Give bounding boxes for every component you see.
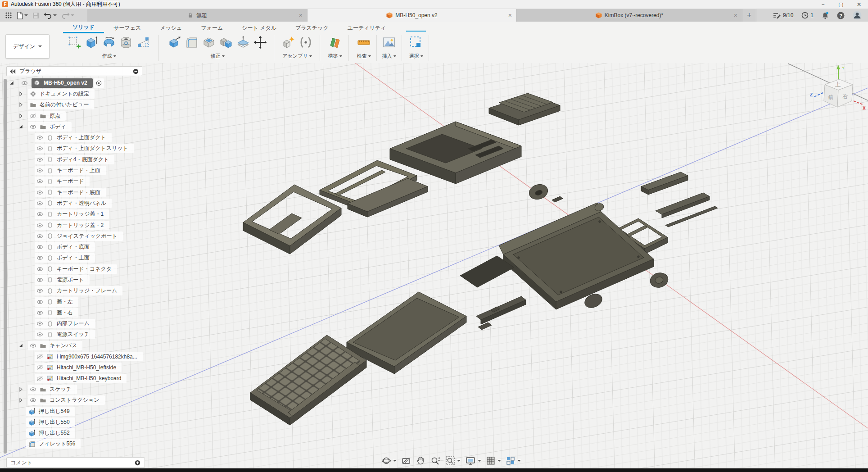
job-status-button[interactable]: 1 xyxy=(801,12,814,19)
eye-icon[interactable] xyxy=(36,266,43,272)
measure-icon[interactable] xyxy=(356,33,372,51)
tab-sheetmetal[interactable]: シート メタル xyxy=(232,23,286,33)
new-file-button[interactable] xyxy=(15,10,29,20)
collapse-panel-icon[interactable] xyxy=(9,68,16,75)
eye-icon[interactable] xyxy=(36,156,43,163)
eye-icon[interactable] xyxy=(36,244,43,250)
eye-off-icon[interactable] xyxy=(36,375,43,382)
minimize-button[interactable]: − xyxy=(814,0,832,9)
eye-icon[interactable] xyxy=(36,254,43,261)
eye-icon[interactable] xyxy=(36,222,43,229)
tab-mesh[interactable]: メッシュ xyxy=(150,23,191,33)
chevron-down-icon[interactable] xyxy=(517,460,521,462)
view-cube[interactable]: Y Z X 上 前 右 xyxy=(809,64,867,116)
expander-icon[interactable] xyxy=(18,397,24,404)
expander-icon[interactable] xyxy=(18,342,24,349)
move-icon[interactable] xyxy=(252,33,268,51)
grid-settings[interactable] xyxy=(485,455,502,467)
avatar[interactable] xyxy=(853,11,862,20)
expander-icon[interactable] xyxy=(18,113,24,119)
group-label[interactable]: 検査 xyxy=(357,53,367,59)
chevron-down-icon[interactable] xyxy=(53,14,57,16)
tree-row[interactable]: ボディ4・底面ダクト xyxy=(6,154,195,165)
tree-row[interactable]: カートリッジ蓋・2 xyxy=(6,220,195,231)
eye-icon[interactable] xyxy=(36,189,43,196)
tree-row[interactable]: キーボード・底面 xyxy=(6,187,195,198)
tab-surface[interactable]: サーフェス xyxy=(104,23,150,33)
select-icon[interactable] xyxy=(408,33,424,51)
hole-icon[interactable] xyxy=(118,33,134,51)
tree-row[interactable]: キャンバス xyxy=(6,340,195,351)
chevron-down-icon[interactable] xyxy=(71,14,74,16)
workspace-selector[interactable]: デザイン xyxy=(5,34,50,59)
tab-solid[interactable]: ソリッド xyxy=(63,23,104,33)
doc-tab-untitled[interactable]: 無題 × xyxy=(87,9,307,22)
tree-row-feature[interactable]: フィレット556 xyxy=(6,439,195,449)
tab-utility[interactable]: ユーティリティ xyxy=(338,23,396,33)
pattern-icon[interactable] xyxy=(135,33,151,51)
tree-row[interactable]: ボディ・上面 xyxy=(6,253,195,263)
chevron-down-icon[interactable] xyxy=(393,460,397,462)
close-tab-icon[interactable]: × xyxy=(299,12,303,18)
orbit-tool[interactable] xyxy=(380,455,398,467)
tab-form[interactable]: フォーム xyxy=(191,23,232,33)
feedback-button[interactable]: 9/10 xyxy=(773,12,793,19)
tree-row[interactable]: 電源ポート xyxy=(6,274,195,285)
group-label[interactable]: 選択 xyxy=(409,53,419,59)
eye-icon[interactable] xyxy=(36,167,43,174)
tree-row[interactable]: カートリッジ・フレーム xyxy=(6,286,195,296)
tree-row[interactable]: ジョイスティックポート xyxy=(6,231,195,241)
expander-icon[interactable] xyxy=(9,80,15,86)
tree-row[interactable]: 蓋・右 xyxy=(6,307,195,318)
tree-row[interactable]: 電源スイッチ xyxy=(6,329,195,340)
zoom-tool[interactable] xyxy=(429,455,442,467)
eye-icon[interactable] xyxy=(36,178,43,185)
tree-row[interactable]: ボディ xyxy=(6,121,195,132)
look-at-tool[interactable] xyxy=(400,455,412,467)
tree-row[interactable]: i-img900x675-1644576182kh8a... xyxy=(6,351,195,362)
eye-icon[interactable] xyxy=(36,277,43,283)
help-button[interactable]: ? xyxy=(837,12,845,19)
tree-row-feature[interactable]: 押し出し550 xyxy=(6,417,195,427)
comment-box[interactable]: コメント xyxy=(6,457,145,468)
eye-icon[interactable] xyxy=(30,397,36,404)
timeline-bar[interactable] xyxy=(0,468,868,472)
redo-button[interactable] xyxy=(60,10,76,20)
eye-icon[interactable] xyxy=(36,299,43,305)
group-label[interactable]: 作成 xyxy=(102,53,112,59)
app-grid-icon[interactable] xyxy=(4,10,14,20)
close-button[interactable]: ✕ xyxy=(850,0,868,9)
tree-row-root[interactable]: MB-H50_open v2 xyxy=(6,77,195,88)
eye-icon[interactable] xyxy=(36,211,43,218)
group-label[interactable]: 構築 xyxy=(328,53,338,59)
tree-row[interactable]: 蓋・左 xyxy=(6,296,195,307)
eye-icon[interactable] xyxy=(36,309,43,316)
tree-row[interactable]: 名前の付いたビュー xyxy=(6,100,195,110)
tree-row[interactable]: ドキュメントの設定 xyxy=(6,88,195,99)
tree-row[interactable]: ボディ・底面 xyxy=(6,241,195,252)
extrude-icon[interactable] xyxy=(84,33,100,51)
tree-row[interactable]: キーボード・上面 xyxy=(6,165,195,176)
fillet-icon[interactable] xyxy=(184,33,200,51)
close-tab-icon[interactable]: × xyxy=(508,12,512,18)
expander-icon[interactable] xyxy=(18,123,24,130)
eye-off-icon[interactable] xyxy=(36,364,43,371)
eye-icon[interactable] xyxy=(36,200,43,207)
viewports-tool[interactable] xyxy=(505,455,522,467)
eye-icon[interactable] xyxy=(21,80,28,86)
expander-icon[interactable] xyxy=(18,101,24,108)
add-comment-icon[interactable] xyxy=(134,459,141,466)
eye-icon[interactable] xyxy=(30,386,36,393)
eye-icon[interactable] xyxy=(36,145,43,152)
eye-icon[interactable] xyxy=(30,123,36,130)
eye-icon[interactable] xyxy=(36,331,43,338)
activate-radio-icon[interactable] xyxy=(95,80,102,86)
tree-row[interactable]: コンストラクション xyxy=(6,395,195,406)
group-label[interactable]: アセンブリ xyxy=(282,53,307,59)
chevron-down-icon[interactable] xyxy=(24,14,28,16)
tree-row[interactable]: ボディ・透明パネル xyxy=(6,198,195,209)
undo-button[interactable] xyxy=(42,10,58,20)
tree-row[interactable]: スケッチ xyxy=(6,384,195,395)
tree-row[interactable]: カートリッジ蓋・1 xyxy=(6,209,195,220)
group-label[interactable]: 挿入 xyxy=(382,53,392,59)
